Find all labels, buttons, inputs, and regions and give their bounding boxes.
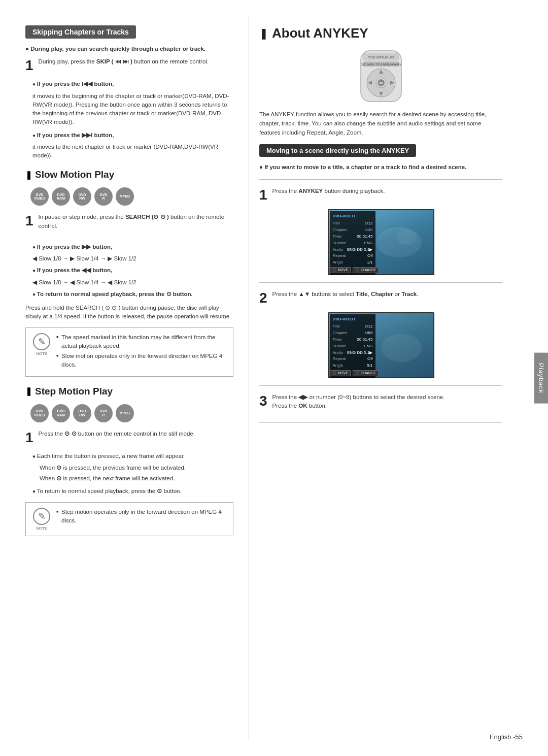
anykey-step2-content: Press the ▲▼ buttons to select Title, Ch… [272,290,502,299]
anykey-step3-num: 3 [259,394,267,408]
dvd-menu-title-2: DVD-VIDEO [333,316,373,323]
press-hold-text: Press and hold the SEARCH ( ⊙ ⊙ ) button… [25,304,233,321]
step-bullet-1: Each time the button is pressed, a new f… [32,452,233,461]
svg-text:OK: OK [379,82,383,85]
note-item-1-2: Slow motion operates only in the forward… [56,352,226,370]
note-icon-1: ✎ [33,333,50,350]
about-title: About ANYKEY [259,25,502,41]
dvd-menu2-row-angle: Angle5/1 [333,363,373,369]
dvd-menu2-row-audio: AudioENG DD 5.1▶ [333,350,373,356]
note-box-1: ✎ NOTE The speed marked in this function… [25,327,233,377]
disc-icons-slow: DVDVIDEO DVDRAM DVDRW DVDR MPEG [30,187,233,206]
svg-text:DISC MENU  TITLE MENU  ANYKEY: DISC MENU TITLE MENU ANYKEY [360,63,401,66]
if-press-rew-text: ◀ Slow 1/8 → ◀ Slow 1/4 → ◀ Slow 1/2 [32,278,233,287]
disc-dvd-rw: DVDRW [73,187,91,206]
if-press-ff-text: ◀ Slow 1/8 → ▶ Slow 1/4 → ▶ Slow 1/2 [32,254,233,263]
step-motion-step1-content: Press the ⊙ ⊙ button on the remote contr… [39,430,233,438]
step-motion-step1-num: 1 [25,431,33,445]
anykey-step1-block: 1 Press the ANYKEY button during playbac… [259,187,502,202]
if-press-next-label: If you press the ▶▶I button, [32,131,233,140]
dvd-menu-row-angle: Angle1/1 [333,259,373,266]
slow-motion-title: Slow Motion Play [25,169,233,180]
dvd-screen1-area: DVD-VIDEO Title1/12 Chapter1/40 Time00:0… [259,209,502,275]
if-press-rew-label: If you press the ◀◀ button, [32,266,233,275]
dvd-menu-title-1: DVD-VIDEO [333,213,373,220]
anykey-desc: The ANYKEY function allows you to easily… [259,110,502,137]
disc2-dvd-ram: DVDRAM [52,404,70,422]
disc-dvd-r: DVDR [94,187,113,206]
step-bullet-2: To return to normal speed playback, pres… [32,487,233,496]
dvd-menu2-row-chapter: Chapter1/65 [333,330,373,337]
right-column: About ANYKEY TITLE LIST PLAY LIST DISC M… [249,15,523,741]
step-when2: When ⊙ is pressed, the next frame will b… [40,474,233,483]
disc-dvd-ram: DVDRAM [52,187,70,206]
note-item-1-1: The speed marked in this function may be… [56,333,226,351]
dvd-btn-move-1: ⬛ MOVE [330,267,351,273]
page: Skipping Chapters or Tracks During play,… [0,0,548,756]
disc-dvd-video: DVDVIDEO [30,187,49,206]
divider-1 [259,179,502,180]
moving-bullet: If you want to move to a title, a chapte… [259,163,502,172]
disc2-dvd-r: DVDR [94,404,113,422]
step-when1: When ⊙ is pressed, the previous frame wi… [40,464,233,472]
step1-num: 1 [25,58,33,73]
note-item-2-1: Step motion operates only in the forward… [56,508,226,525]
dvd-menu2-row-title: Title1/12 [333,323,373,330]
dvd-screen2-area: DVD-VIDEO Title1/12 Chapter1/65 Time00:0… [259,312,502,378]
dvd-btn-change-1: ⬛ CHANGE [353,267,379,273]
dvd-menu2-row-subtitle: SubtitleENG [333,343,373,350]
dvd-btn-move-2: ⬛ MOVE [330,370,351,376]
step1-block: 1 During play, press the SKIP ( ⏮ ⏭ ) bu… [25,57,233,73]
anykey-step3-block: 3 Press the ◀▶ or number (0~9) buttons t… [259,393,502,416]
step-motion-step1-block: 1 Press the ⊙ ⊙ button on the remote con… [25,430,233,445]
svg-text:TITLE LIST   PLAY LIST: TITLE LIST PLAY LIST [368,56,394,59]
if-press-ff-label: If you press the ▶▶ button, [32,243,233,251]
dvd-screen1-btns: ⬛ MOVE ⬛ CHANGE [330,267,379,273]
playback-tab: Playback [534,352,548,404]
note-box-2: ✎ NOTE Step motion operates only in the … [25,502,233,536]
skipping-header: Skipping Chapters or Tracks [25,25,136,39]
dvd-menu2-row-time: Time00:01:45 [333,337,373,343]
slow-step1-content: In pause or step mode, press the SEARCH … [39,213,233,231]
disc2-dvd-rw: DVDRW [73,404,91,422]
anykey-step1-content: Press the ANYKEY button during playback. [272,187,502,195]
step-motion-title: Step Motion Play [25,386,233,397]
dvd-menu-row-time: Time00:01:45 [333,234,373,240]
slow-step1-num: 1 [25,214,33,228]
svg-point-13 [376,227,422,257]
dvd-menu-row-repeat: RepeatOff [333,253,373,259]
divider-2 [259,282,502,283]
dvd-menu2-row-repeat: RepeatOff [333,356,373,363]
divider-3 [259,385,502,386]
anykey-step1-num: 1 [259,188,267,202]
dvd-menu-row-chapter: Chapter1/40 [333,227,373,234]
if-press-next-text: it moves to the next chapter or track or… [32,143,233,160]
page-number: English -55 [490,733,523,741]
note-icon-2: ✎ [33,508,50,525]
dvd-menu-row-subtitle: SubtitleENG [333,240,373,247]
svg-point-14 [396,229,417,245]
disc-icons-step: DVDVIDEO DVDRAM DVDRW DVDR MPEG [30,404,233,422]
disc2-mpeg: MPEG [116,404,134,422]
note-list-1: The speed marked in this function may be… [56,333,226,371]
remote-svg: TITLE LIST PLAY LIST DISC MENU TITLE MEN… [330,48,432,104]
disc2-dvd-video: DVDVIDEO [30,404,49,422]
dvd-btn-change-2: ⬛ CHANGE [353,370,379,376]
note-label-2: ✎ NOTE [33,508,50,531]
moving-header: Moving to a scene directly using the ANY… [259,144,416,157]
anykey-step2-num: 2 [259,291,267,305]
anykey-step2-block: 2 Press the ▲▼ buttons to select Title, … [259,290,502,305]
anykey-img-area: TITLE LIST PLAY LIST DISC MENU TITLE MEN… [259,48,502,104]
svg-point-15 [381,334,422,362]
return-normal-label: To return to normal speed playback, pres… [32,290,233,299]
skipping-bullet: During play, you can search quickly thro… [25,45,233,53]
note-list-2: Step motion operates only in the forward… [56,508,226,527]
anykey-step3-content: Press the ◀▶ or number (0~9) buttons to … [272,393,502,411]
slow-step1-block: 1 In pause or step mode, press the SEARC… [25,213,233,236]
dvd-menu-row-title: Title1/12 [333,220,373,227]
disc-mpeg: MPEG [116,187,134,206]
dvd-menu-row-audio: AudioENG DD 5.1▶ [333,247,373,253]
if-press-prev-label: If you press the I◀◀ button, [32,80,233,88]
dvd-screen2: DVD-VIDEO Title1/12 Chapter1/65 Time00:0… [328,312,434,378]
dvd-menu-2: DVD-VIDEO Title1/12 Chapter1/65 Time00:0… [330,314,376,378]
